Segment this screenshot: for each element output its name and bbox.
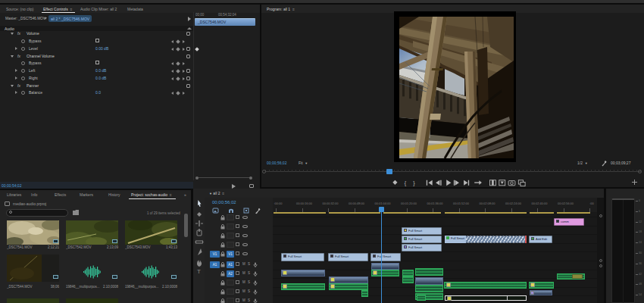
svg-text:}: } [413, 180, 415, 186]
svg-text:T: T [197, 268, 201, 273]
svg-text:{: { [405, 180, 407, 186]
